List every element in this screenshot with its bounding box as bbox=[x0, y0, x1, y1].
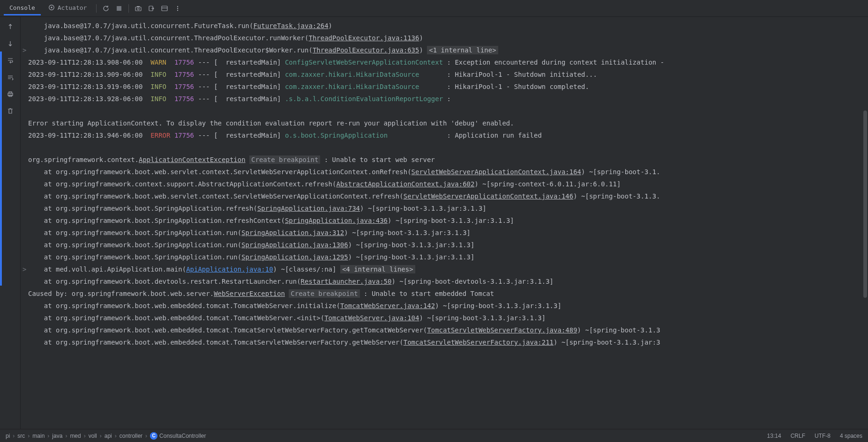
indent-setting[interactable]: 4 spaces bbox=[840, 433, 862, 439]
svg-rect-3 bbox=[135, 7, 141, 11]
toolbar-divider-2 bbox=[128, 4, 129, 13]
breadcrumb-item[interactable]: controller bbox=[120, 433, 142, 439]
source-link[interactable]: SpringApplication.java:1295 bbox=[241, 253, 348, 261]
console-side-toolbar bbox=[0, 17, 21, 429]
source-link[interactable]: ServletWebServerApplicationContext.java:… bbox=[412, 168, 581, 176]
breadcrumb: pi›src›main›java›med›voll›api›controller… bbox=[6, 432, 206, 440]
log-level: INFO bbox=[150, 83, 170, 90]
selection-indicator bbox=[0, 52, 2, 286]
source-link[interactable]: ThreadPoolExecutor.java:1136 bbox=[308, 34, 419, 42]
source-link[interactable]: ServletWebServerApplicationContext.java:… bbox=[404, 192, 573, 200]
source-link[interactable]: ApiApplication.java:10 bbox=[186, 265, 273, 273]
source-link[interactable]: TomcatServletWebServerFactory.java:211 bbox=[404, 339, 554, 346]
svg-point-8 bbox=[177, 6, 178, 7]
tab-console[interactable]: Console bbox=[4, 1, 41, 15]
file-encoding[interactable]: UTF-8 bbox=[815, 433, 831, 439]
run-tool-tabs: Console Actuator bbox=[0, 0, 868, 17]
source-link[interactable]: TomcatServletWebServerFactory.java:489 bbox=[427, 326, 577, 334]
source-link[interactable]: RestartLauncher.java:50 bbox=[301, 278, 392, 285]
source-link[interactable]: SpringApplication.java:1306 bbox=[241, 241, 348, 249]
soft-wrap-icon[interactable] bbox=[4, 54, 16, 66]
breadcrumb-item[interactable]: src bbox=[17, 433, 25, 439]
tab-actuator[interactable]: Actuator bbox=[43, 1, 93, 15]
stop-button[interactable] bbox=[113, 3, 125, 14]
actuator-icon bbox=[48, 4, 55, 11]
scroll-up-icon[interactable] bbox=[4, 21, 16, 33]
svg-point-4 bbox=[137, 8, 139, 10]
breadcrumb-item[interactable]: med bbox=[70, 433, 81, 439]
breadcrumb-item[interactable]: voll bbox=[89, 433, 97, 439]
scrollbar-thumb[interactable] bbox=[863, 110, 867, 298]
expand-chevron-icon[interactable]: > bbox=[22, 44, 28, 56]
exception-link[interactable]: WebServerException bbox=[214, 290, 285, 297]
log-level: INFO bbox=[150, 71, 170, 78]
camera-icon[interactable] bbox=[133, 3, 144, 14]
exit-icon[interactable] bbox=[146, 3, 157, 14]
log-level: ERROR bbox=[150, 132, 170, 139]
svg-point-9 bbox=[177, 7, 178, 8]
svg-rect-12 bbox=[9, 92, 12, 93]
trash-icon[interactable] bbox=[4, 105, 16, 117]
toolbar-divider bbox=[96, 4, 97, 13]
status-bar: pi›src›main›java›med›voll›api›controller… bbox=[0, 429, 868, 442]
layout-icon[interactable] bbox=[159, 3, 170, 14]
collapsed-lines-badge[interactable]: <4 internal lines> bbox=[340, 265, 415, 273]
source-link[interactable]: SpringApplication.java:436 bbox=[285, 217, 388, 224]
tab-actuator-label: Actuator bbox=[58, 4, 87, 11]
breadcrumb-item[interactable]: main bbox=[32, 433, 45, 439]
source-link[interactable]: SpringApplication.java:312 bbox=[241, 229, 344, 236]
scroll-to-end-icon[interactable] bbox=[4, 71, 16, 83]
caret-position[interactable]: 13:14 bbox=[767, 433, 781, 439]
collapsed-lines-badge[interactable]: <1 internal line> bbox=[427, 46, 498, 54]
source-link[interactable]: TomcatWebServer.java:142 bbox=[340, 302, 435, 309]
scroll-down-icon[interactable] bbox=[4, 37, 16, 50]
breadcrumb-item[interactable]: api bbox=[105, 433, 112, 439]
exception-link[interactable]: ApplicationContextException bbox=[139, 156, 246, 163]
create-breakpoint[interactable]: Create breakpoint bbox=[289, 289, 359, 298]
more-icon[interactable] bbox=[172, 3, 183, 14]
print-icon[interactable] bbox=[4, 88, 16, 100]
source-link[interactable]: ThreadPoolExecutor.java:635 bbox=[313, 46, 419, 54]
source-link[interactable]: SpringApplication.java:734 bbox=[257, 205, 360, 212]
svg-rect-5 bbox=[137, 6, 140, 7]
breadcrumb-item[interactable]: pi bbox=[6, 433, 10, 439]
source-link[interactable]: TomcatWebServer.java:104 bbox=[324, 314, 419, 322]
create-breakpoint[interactable]: Create breakpoint bbox=[249, 155, 320, 164]
source-link[interactable]: FutureTask.java:264 bbox=[253, 22, 328, 29]
svg-rect-7 bbox=[162, 6, 167, 11]
svg-point-1 bbox=[51, 7, 52, 8]
class-icon: C bbox=[150, 432, 157, 440]
expand-chevron-icon[interactable]: > bbox=[22, 263, 28, 275]
line-separator[interactable]: CRLF bbox=[791, 433, 805, 439]
breadcrumb-item[interactable]: java bbox=[52, 433, 62, 439]
svg-rect-2 bbox=[117, 6, 121, 11]
scrollbar[interactable] bbox=[862, 17, 868, 429]
breadcrumb-item[interactable]: CConsultaController bbox=[150, 432, 206, 440]
source-link[interactable]: AbstractApplicationContext.java:602 bbox=[336, 180, 474, 188]
console-output[interactable]: java.base@17.0.7/java.util.concurrent.Fu… bbox=[21, 17, 868, 429]
log-level: WARN bbox=[150, 59, 170, 66]
svg-point-10 bbox=[177, 9, 178, 10]
log-level: INFO bbox=[150, 95, 170, 103]
rerun-button[interactable] bbox=[100, 3, 112, 14]
